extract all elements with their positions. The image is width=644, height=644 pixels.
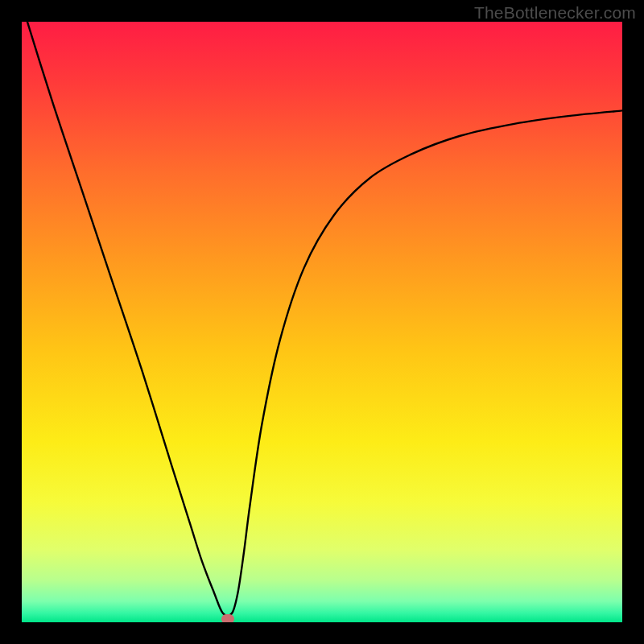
minimum-marker bbox=[221, 614, 234, 622]
watermark-text: TheBottlenecker.com bbox=[474, 3, 636, 23]
bottleneck-curve bbox=[22, 22, 622, 622]
plot-area bbox=[22, 22, 622, 622]
